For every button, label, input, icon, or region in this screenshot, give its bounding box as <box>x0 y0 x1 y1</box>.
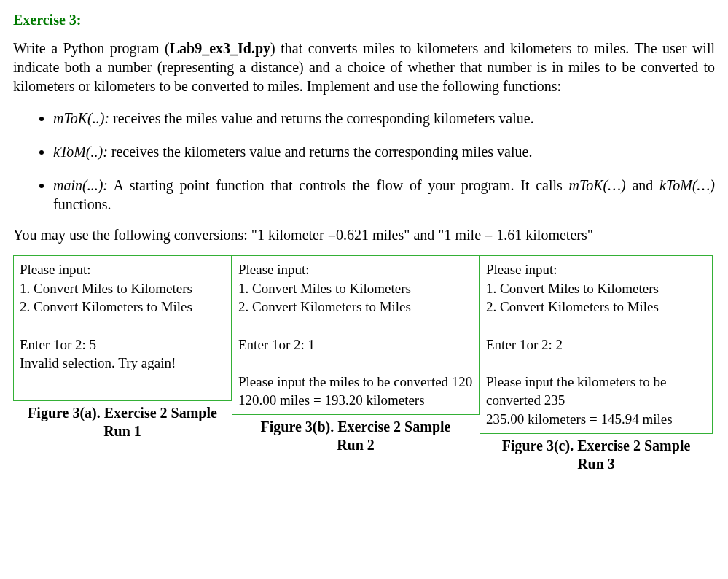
caption-line2: Run 3 <box>480 455 713 473</box>
function-list: mToK(..): receives the miles value and r… <box>13 109 715 214</box>
sample-col-b: Please input: 1. Convert Miles to Kilome… <box>232 255 480 473</box>
bullet-mtok: mToK(..): receives the miles value and r… <box>53 109 715 128</box>
caption-line2: Run 2 <box>232 436 480 454</box>
caption-a: Figure 3(a). Exercise 2 Sample Run 1 <box>13 404 232 440</box>
intro-part-1: Write a Python program ( <box>13 40 170 56</box>
bullet-ktom: kToM(..): receives the kilometers value … <box>53 142 715 161</box>
fn-ref-ktom: kToM(…) <box>659 177 715 193</box>
output-box-b: Please input: 1. Convert Miles to Kilome… <box>232 255 480 415</box>
fn-desc-pre: A starting point function that controls … <box>108 177 569 193</box>
caption-b: Figure 3(b). Exercise 2 Sample Run 2 <box>232 418 480 454</box>
bullet-main: main(...): A starting point function tha… <box>53 176 715 214</box>
fn-ref-mtok: mToK(…) <box>569 177 626 193</box>
output-box-c: Please input: 1. Convert Miles to Kilome… <box>480 255 713 434</box>
conversion-note: You may use the following conversions: "… <box>13 227 715 244</box>
sample-col-a: Please input: 1. Convert Miles to Kilome… <box>13 255 232 473</box>
output-box-a: Please input: 1. Convert Miles to Kilome… <box>13 255 232 401</box>
caption-line1: Figure 3(b). Exercise 2 Sample <box>261 419 451 435</box>
fn-name: main(...): <box>53 177 108 193</box>
fn-name: mToK(..): <box>53 110 109 126</box>
sample-row: Please input: 1. Convert Miles to Kilome… <box>13 255 715 473</box>
fn-desc: receives the miles value and returns the… <box>109 110 534 126</box>
fn-name: kToM(..): <box>53 144 108 160</box>
fn-desc: receives the kilometers value and return… <box>108 144 533 160</box>
fn-mid: and <box>626 177 659 193</box>
caption-line2: Run 1 <box>13 422 232 440</box>
caption-line1: Figure 3(a). Exercise 2 Sample <box>28 405 217 421</box>
exercise-title: Exercise 3: <box>13 12 715 28</box>
caption-line1: Figure 3(c). Exercise 2 Sample <box>502 438 691 454</box>
intro-paragraph: Write a Python program (Lab9_ex3_Id.py) … <box>13 39 715 96</box>
fn-desc-post: functions. <box>53 196 111 212</box>
caption-c: Figure 3(c). Exercise 2 Sample Run 3 <box>480 437 713 473</box>
sample-col-c: Please input: 1. Convert Miles to Kilome… <box>480 255 713 473</box>
filename-bold: Lab9_ex3_Id.py <box>170 40 270 56</box>
